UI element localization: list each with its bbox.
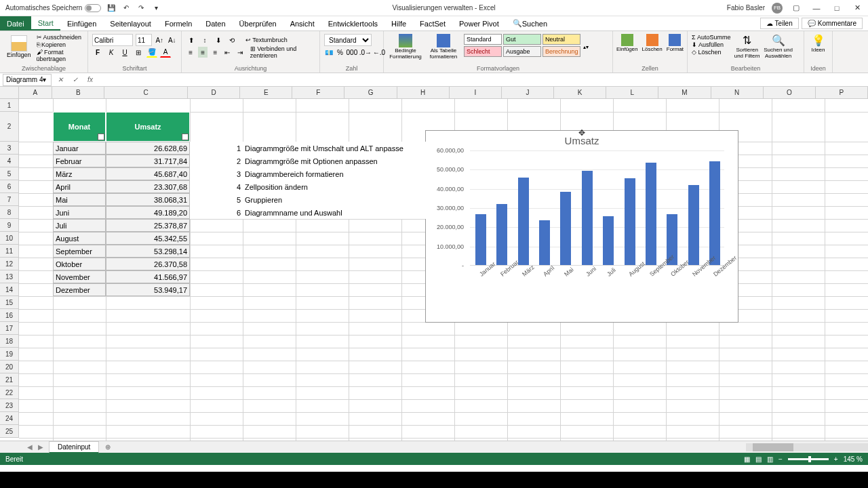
sort-filter-button[interactable]: ⇅Sortieren und Filtern bbox=[734, 34, 761, 59]
decrease-indent-icon[interactable]: ⇤ bbox=[222, 47, 232, 58]
style-neutral[interactable]: Neutral bbox=[542, 34, 580, 45]
chart-bar[interactable] bbox=[688, 185, 699, 265]
cell-header-umsatz[interactable]: Umsatz▾ bbox=[106, 112, 190, 142]
close-icon[interactable]: ✕ bbox=[850, 1, 864, 15]
cell-umsatz-11[interactable]: 53.949,17 bbox=[106, 283, 190, 296]
style-standard[interactable]: Standard bbox=[464, 34, 502, 45]
row-header-2[interactable]: 2 bbox=[0, 112, 19, 142]
col-header-E[interactable]: E bbox=[240, 87, 292, 98]
chart-object[interactable]: ✥ Umsatz -10.000,0020.000,0030.000,0040.… bbox=[425, 130, 738, 323]
cell-umsatz-2[interactable]: 45.687,40 bbox=[106, 167, 190, 180]
tab-start[interactable]: Start bbox=[31, 16, 60, 30]
cell-note-text-5[interactable]: Diagrammname und Auswahl bbox=[243, 206, 433, 219]
increase-indent-icon[interactable]: ⇥ bbox=[235, 47, 245, 58]
row-header-19[interactable]: 19 bbox=[0, 348, 19, 361]
underline-button[interactable]: U bbox=[119, 47, 130, 58]
minimize-icon[interactable]: — bbox=[810, 1, 823, 15]
style-schlecht[interactable]: Schlecht bbox=[464, 46, 502, 57]
row-header-4[interactable]: 4 bbox=[0, 155, 19, 167]
cell-note-num-1[interactable]: 2 bbox=[190, 155, 243, 167]
italic-button[interactable]: K bbox=[106, 47, 117, 58]
zoom-in-icon[interactable]: + bbox=[834, 455, 838, 463]
zoom-level[interactable]: 145 % bbox=[844, 455, 863, 463]
sheet-nav-prev-icon[interactable]: ◀ bbox=[27, 443, 33, 451]
thousands-icon[interactable]: 000 bbox=[347, 47, 357, 58]
col-header-N[interactable]: N bbox=[711, 87, 764, 98]
format-cells-button[interactable]: Format bbox=[667, 34, 684, 52]
cell-monat-7[interactable]: August bbox=[53, 232, 106, 245]
style-gut[interactable]: Gut bbox=[503, 34, 541, 45]
tab-daten[interactable]: Daten bbox=[199, 16, 232, 30]
chart-bar[interactable] bbox=[709, 161, 720, 265]
row-header-16[interactable]: 16 bbox=[0, 309, 19, 322]
tab-hilfe[interactable]: Hilfe bbox=[384, 16, 413, 30]
cell-umsatz-5[interactable]: 49.189,20 bbox=[106, 206, 190, 219]
col-header-K[interactable]: K bbox=[554, 87, 606, 98]
tab-formeln[interactable]: Formeln bbox=[158, 16, 199, 30]
chart-bar[interactable] bbox=[625, 178, 635, 265]
save-icon[interactable]: 💾 bbox=[106, 3, 116, 13]
number-format-select[interactable]: Standard bbox=[324, 34, 372, 46]
delete-cells-button[interactable]: Löschen bbox=[642, 34, 663, 52]
font-color-button[interactable]: A bbox=[160, 47, 171, 58]
align-top-icon[interactable]: ⬆ bbox=[186, 35, 197, 45]
merge-button[interactable]: ⊞ Verbinden und zentrieren bbox=[250, 45, 315, 59]
cell-note-num-5[interactable]: 6 bbox=[190, 206, 243, 219]
tab-ueberpruefen[interactable]: Überprüfen bbox=[233, 16, 283, 30]
col-header-B[interactable]: B bbox=[52, 87, 104, 98]
increase-decimal-icon[interactable]: .0→ bbox=[360, 47, 371, 58]
orientation-icon[interactable]: ⟲ bbox=[226, 35, 237, 45]
autosum-button[interactable]: Σ AutoSumme bbox=[692, 34, 731, 41]
qat-dropdown-icon[interactable]: ▾ bbox=[151, 3, 161, 13]
spreadsheet-grid[interactable]: ABCDEFGHIJKLMNOP 12345678910111213141516… bbox=[0, 87, 868, 441]
cell-note-text-3[interactable]: Zellposition ändern bbox=[243, 180, 433, 193]
chart-bar[interactable] bbox=[560, 192, 571, 265]
tab-datei[interactable]: Datei bbox=[0, 16, 31, 30]
maximize-icon[interactable]: □ bbox=[830, 1, 844, 15]
align-bottom-icon[interactable]: ⬇ bbox=[213, 35, 224, 45]
tab-entwicklertools[interactable]: Entwicklertools bbox=[321, 16, 384, 30]
select-all-corner[interactable] bbox=[0, 87, 19, 98]
cancel-formula-icon[interactable]: ✕ bbox=[54, 74, 66, 86]
border-button[interactable]: ⊞ bbox=[133, 47, 144, 58]
cell-umsatz-6[interactable]: 25.378,87 bbox=[106, 219, 190, 232]
conditional-formatting-button[interactable]: Bedingte Formatierung bbox=[388, 34, 423, 60]
row-header-10[interactable]: 10 bbox=[0, 232, 19, 245]
chart-bar[interactable] bbox=[646, 163, 656, 265]
enter-formula-icon[interactable]: ✓ bbox=[69, 74, 81, 86]
cell-monat-4[interactable]: Mai bbox=[53, 193, 106, 206]
cell-note-text-0[interactable]: Diagrammgröße mit Umschalt und ALT anpas… bbox=[243, 142, 433, 155]
name-box[interactable]: Diagramm 4 ▾ bbox=[3, 74, 52, 86]
cell-monat-2[interactable]: März bbox=[53, 167, 106, 180]
row-header-21[interactable]: 21 bbox=[0, 373, 19, 386]
cell-umsatz-7[interactable]: 45.342,55 bbox=[106, 232, 190, 245]
cell-note-text-2[interactable]: Diagrammbereich formatieren bbox=[243, 167, 433, 180]
sheet-tab-dateninput[interactable]: Dateninput bbox=[49, 441, 99, 453]
tab-seitenlayout[interactable]: Seitenlayout bbox=[103, 16, 158, 30]
fill-button[interactable]: ⬇ Ausfüllen bbox=[692, 41, 731, 48]
row-header-17[interactable]: 17 bbox=[0, 322, 19, 335]
find-select-button[interactable]: 🔍Suchen und Auswählen bbox=[764, 34, 793, 59]
chart-bar[interactable] bbox=[603, 216, 614, 265]
align-center-icon[interactable]: ≡ bbox=[198, 47, 208, 58]
undo-icon[interactable]: ↶ bbox=[121, 3, 131, 13]
cell-umsatz-10[interactable]: 41.566,97 bbox=[106, 270, 190, 283]
col-header-D[interactable]: D bbox=[188, 87, 240, 98]
tab-factset[interactable]: FactSet bbox=[413, 16, 452, 30]
row-header-24[interactable]: 24 bbox=[0, 412, 19, 425]
cell-umsatz-9[interactable]: 26.370,58 bbox=[106, 258, 190, 270]
row-header-22[interactable]: 22 bbox=[0, 386, 19, 399]
fill-color-button[interactable]: 🪣 bbox=[146, 47, 157, 58]
decrease-font-icon[interactable]: A↓ bbox=[167, 35, 178, 45]
styles-more-icon[interactable]: ▴▾ bbox=[583, 34, 589, 60]
col-header-C[interactable]: C bbox=[104, 87, 188, 98]
font-name-select[interactable] bbox=[92, 34, 133, 46]
cell-monat-11[interactable]: Dezember bbox=[53, 283, 106, 296]
cell-note-num-0[interactable]: 1 bbox=[190, 142, 243, 155]
row-header-6[interactable]: 6 bbox=[0, 180, 19, 193]
autosave-toggle[interactable]: Automatisches Speichern bbox=[5, 4, 101, 12]
col-header-P[interactable]: P bbox=[816, 87, 868, 98]
zoom-out-icon[interactable]: − bbox=[778, 455, 783, 463]
row-header-11[interactable]: 11 bbox=[0, 245, 19, 258]
row-header-8[interactable]: 8 bbox=[0, 206, 19, 219]
